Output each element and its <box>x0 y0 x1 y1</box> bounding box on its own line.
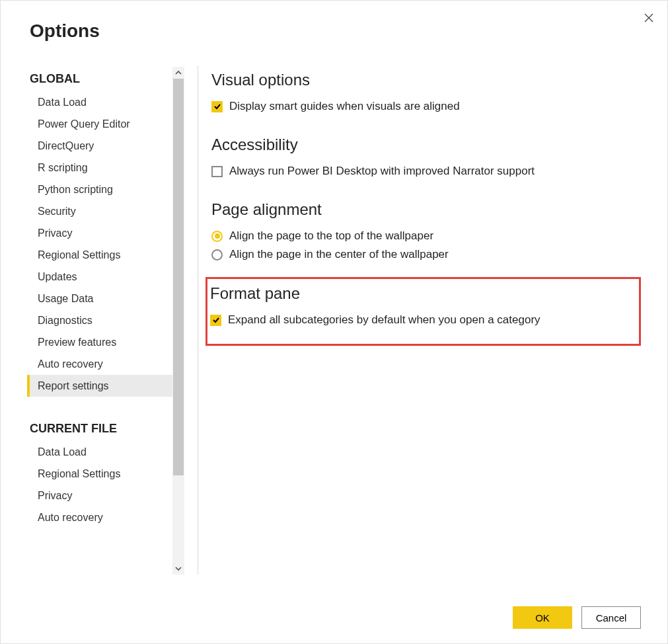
sidebar-item-data-load[interactable]: Data Load <box>28 91 184 113</box>
sidebar-section-header: CURRENT FILE <box>28 415 184 441</box>
sidebar-item-label: Report settings <box>38 380 109 391</box>
sidebar-section-header: GLOBAL <box>28 65 184 91</box>
group-title: Page alignment <box>211 200 640 219</box>
close-icon <box>644 13 654 23</box>
option-label: Align the page in the center of the wall… <box>229 248 449 261</box>
chevron-up-icon <box>174 69 182 77</box>
close-button[interactable] <box>641 10 657 26</box>
sidebar-item-label: Regional Settings <box>38 249 120 261</box>
sidebar-item-label: R scripting <box>38 162 88 173</box>
sidebar-item-label: Auto recovery <box>38 358 103 370</box>
sidebar-item-directquery[interactable]: DirectQuery <box>28 135 184 157</box>
sidebar-item-privacy[interactable]: Privacy <box>28 222 184 244</box>
sidebar-item-label: Diagnostics <box>38 315 93 326</box>
sidebar-item-auto-recovery[interactable]: Auto recovery <box>28 506 184 528</box>
sidebar-item-regional-settings[interactable]: Regional Settings <box>28 463 184 485</box>
sidebar-item-privacy[interactable]: Privacy <box>28 485 184 506</box>
sidebar-item-data-load[interactable]: Data Load <box>28 441 184 463</box>
sidebar-item-label: Security <box>38 206 76 217</box>
sidebar-item-label: Privacy <box>38 490 72 501</box>
option-label: Expand all subcategories by default when… <box>228 313 540 327</box>
ok-button[interactable]: OK <box>513 606 572 629</box>
settings-group-format-pane: Format paneExpand all subcategories by d… <box>205 277 641 346</box>
settings-group-visual-options: Visual optionsDisplay smart guides when … <box>210 69 641 117</box>
group-title: Visual options <box>211 71 640 89</box>
sidebar-item-preview-features[interactable]: Preview features <box>28 331 184 353</box>
sidebar-item-report-settings[interactable]: Report settings <box>27 375 184 397</box>
sidebar-item-label: Regional Settings <box>38 468 120 479</box>
sidebar-item-auto-recovery[interactable]: Auto recovery <box>28 353 184 375</box>
checkbox[interactable] <box>210 315 221 326</box>
sidebar-item-diagnostics[interactable]: Diagnostics <box>28 309 184 331</box>
sidebar: GLOBALData LoadPower Query EditorDirectQ… <box>1 65 184 575</box>
checkbox[interactable] <box>211 166 223 177</box>
settings-group-accessibility: AccessibilityAlways run Power BI Desktop… <box>210 134 641 182</box>
radio-option[interactable]: Align the page to the top of the wallpap… <box>211 227 640 245</box>
option-label: Always run Power BI Desktop with improve… <box>229 165 535 178</box>
sidebar-item-usage-data[interactable]: Usage Data <box>28 288 184 309</box>
checkbox-option[interactable]: Expand all subcategories by default when… <box>210 311 634 329</box>
sidebar-item-python-scripting[interactable]: Python scripting <box>28 179 184 200</box>
sidebar-item-r-scripting[interactable]: R scripting <box>28 157 184 179</box>
content-pane: Visual optionsDisplay smart guides when … <box>210 65 667 575</box>
dialog-footer: OK Cancel <box>513 606 641 629</box>
sidebar-item-security[interactable]: Security <box>28 200 184 222</box>
settings-group-page-alignment: Page alignmentAlign the page to the top … <box>210 199 641 265</box>
checkbox-option[interactable]: Always run Power BI Desktop with improve… <box>211 162 640 181</box>
dialog-body: GLOBALData LoadPower Query EditorDirectQ… <box>1 65 667 575</box>
checkbox-option[interactable]: Display smart guides when visuals are al… <box>211 97 640 116</box>
sidebar-item-label: Usage Data <box>38 293 94 304</box>
sidebar-item-regional-settings[interactable]: Regional Settings <box>28 244 184 266</box>
sidebar-item-label: Data Load <box>38 446 87 458</box>
vertical-divider <box>198 65 198 575</box>
sidebar-item-label: Auto recovery <box>38 512 103 523</box>
sidebar-item-label: Power Query Editor <box>38 118 130 130</box>
sidebar-scrollbar[interactable] <box>172 67 184 575</box>
radio[interactable] <box>211 249 223 261</box>
cancel-button[interactable]: Cancel <box>581 606 641 629</box>
scroll-up-button[interactable] <box>172 67 184 79</box>
group-title: Accessibility <box>211 136 640 154</box>
radio-option[interactable]: Align the page in the center of the wall… <box>211 245 640 264</box>
chevron-down-icon <box>174 565 182 573</box>
dialog-title: Options <box>1 1 667 42</box>
sidebar-item-label: Preview features <box>38 337 116 348</box>
sidebar-item-label: DirectQuery <box>38 140 94 151</box>
option-label: Align the page to the top of the wallpap… <box>229 229 433 243</box>
sidebar-item-label: Data Load <box>38 97 87 108</box>
radio[interactable] <box>211 231 223 242</box>
group-title: Format pane <box>210 284 634 303</box>
sidebar-item-label: Updates <box>38 271 77 282</box>
sidebar-item-updates[interactable]: Updates <box>28 266 184 288</box>
option-label: Display smart guides when visuals are al… <box>229 100 460 113</box>
sidebar-item-label: Privacy <box>38 227 72 239</box>
sidebar-item-label: Python scripting <box>38 184 113 195</box>
checkbox[interactable] <box>211 101 223 112</box>
sidebar-item-power-query-editor[interactable]: Power Query Editor <box>28 113 184 135</box>
scrollbar-thumb[interactable] <box>173 79 184 475</box>
scroll-down-button[interactable] <box>172 563 184 575</box>
